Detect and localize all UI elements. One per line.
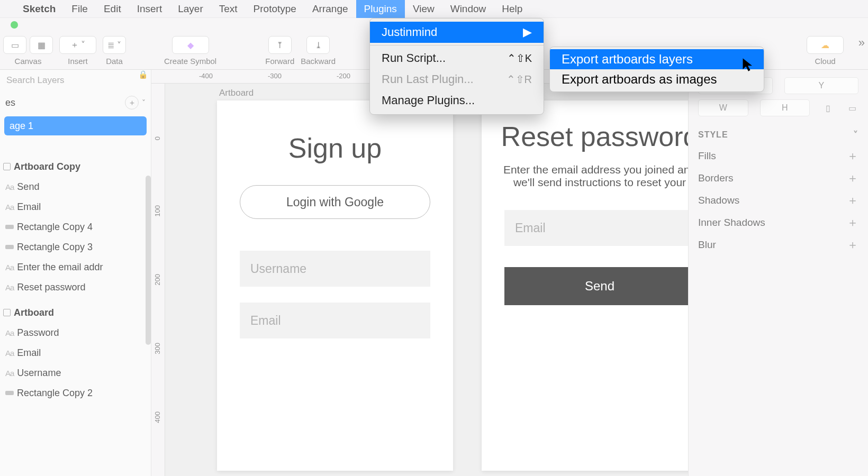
artboard-reset[interactable]: Reset password Enter the email address y… xyxy=(482,100,688,471)
menu-help[interactable]: Help xyxy=(494,0,530,18)
backward-button[interactable]: ⤓ xyxy=(306,36,330,54)
inspector-blur: Blur xyxy=(698,239,716,251)
layer-item[interactable]: AaSend xyxy=(0,177,151,197)
flip-v-icon[interactable]: ▭ xyxy=(846,102,858,114)
toolbar-create-symbol-label: Create Symbol xyxy=(164,57,216,66)
menu-file[interactable]: File xyxy=(64,0,96,18)
forward-button[interactable]: ⤒ xyxy=(268,36,292,54)
kb-shortcut: ⌃⇧K xyxy=(507,52,532,65)
layer-item[interactable]: AaReset password xyxy=(0,277,151,297)
add-shadow-button[interactable]: ＋ xyxy=(847,193,858,208)
toolbar-canvas-label: Canvas xyxy=(15,57,42,66)
text-layer-icon: Aa xyxy=(5,283,14,292)
layer-list: Artboard Copy AaSend AaEmail Rectangle C… xyxy=(0,157,151,476)
menu-text[interactable]: Text xyxy=(211,0,246,18)
layer-header-artboard[interactable]: Artboard xyxy=(0,303,151,323)
pages-header: es ＋ ˅ xyxy=(0,91,151,114)
submenu-arrow-icon: ▶ xyxy=(523,25,532,39)
toolbar-backward-label: Backward xyxy=(301,57,336,66)
login-with-google: Login with Google xyxy=(240,185,430,219)
menu-layer[interactable]: Layer xyxy=(170,0,211,18)
field-email-2: Email xyxy=(504,210,688,246)
menu-view[interactable]: View xyxy=(405,0,442,18)
export-artboards-layers[interactable]: Export artboards layers xyxy=(550,49,764,69)
text-layer-icon: Aa xyxy=(5,203,14,212)
artboard-signup[interactable]: Sign up Login with Google Username Email xyxy=(217,100,453,471)
text-layer-icon: Aa xyxy=(5,369,14,378)
add-page-button[interactable]: ＋ xyxy=(125,96,139,109)
data-button[interactable]: ≣ ˅ xyxy=(103,36,126,54)
add-inner-shadow-button[interactable]: ＋ xyxy=(847,215,858,231)
left-panel: 🔒 Search Layers es ＋ ˅ age 1 Artboard Co… xyxy=(0,70,151,476)
dim-y[interactable]: Y xyxy=(784,77,859,94)
inspector-shadows: Shadows xyxy=(698,195,739,206)
main: 🔒 Search Layers es ＋ ˅ age 1 Artboard Co… xyxy=(0,70,868,476)
pages-label: es xyxy=(5,97,15,108)
layer-item[interactable]: AaUsername xyxy=(0,363,151,383)
traffic-light-green[interactable] xyxy=(11,21,18,29)
rect-layer-icon xyxy=(5,245,14,249)
menu-insert[interactable]: Insert xyxy=(129,0,170,18)
menu-prototype[interactable]: Prototype xyxy=(246,0,304,18)
canvas-btn2[interactable]: ▦ xyxy=(30,36,53,54)
menu-arrange[interactable]: Arrange xyxy=(304,0,356,18)
layer-item[interactable]: Rectangle Copy 4 xyxy=(0,217,151,237)
chevron-down-icon[interactable]: ˅ xyxy=(142,98,146,107)
layer-item[interactable]: AaPassword xyxy=(0,323,151,343)
layer-item[interactable]: Rectangle Copy 3 xyxy=(0,237,151,257)
toolbar-insert-label: Insert xyxy=(68,57,88,66)
menubar: Sketch File Edit Insert Layer Text Proto… xyxy=(0,0,868,18)
inspector-inner-shadows: Inner Shadows xyxy=(698,217,765,228)
add-fill-button[interactable]: ＋ xyxy=(847,148,858,164)
create-symbol-button[interactable]: ◆ xyxy=(172,36,209,54)
dim-h[interactable]: H xyxy=(760,99,810,116)
add-border-button[interactable]: ＋ xyxy=(847,170,858,186)
scrollbar[interactable] xyxy=(146,176,151,345)
artboard-label[interactable]: Artboard xyxy=(219,88,254,98)
plugins-manage[interactable]: Manage Plugins... xyxy=(370,90,544,111)
text-layer-icon: Aa xyxy=(5,182,14,191)
flip-h-icon[interactable]: ▯ xyxy=(821,102,834,114)
toolbar-forward-label: Forward xyxy=(265,57,294,66)
inspector-style: STYLE xyxy=(698,130,728,140)
send-button: Send xyxy=(504,267,688,305)
text-layer-icon: Aa xyxy=(5,349,14,358)
justinmind-submenu: Export artboards layers Export artboards… xyxy=(549,47,764,92)
add-blur-button[interactable]: ＋ xyxy=(847,237,858,253)
layer-item[interactable]: AaEmail xyxy=(0,197,151,217)
page-item-1[interactable]: age 1 xyxy=(4,116,147,135)
kb-shortcut: ⌃⇧R xyxy=(507,73,532,86)
rect-layer-icon xyxy=(5,391,14,395)
plugins-run-last: Run Last Plugin... ⌃⇧R xyxy=(370,69,544,90)
inspector-borders: Borders xyxy=(698,172,734,184)
menu-window[interactable]: Window xyxy=(442,0,494,18)
signup-title: Sign up xyxy=(217,132,453,164)
plugins-menu: Justinmind ▶ Run Script... ⌃⇧K Run Last … xyxy=(369,18,544,115)
layer-item[interactable]: AaEnter the email addr xyxy=(0,257,151,277)
dim-w[interactable]: W xyxy=(698,99,748,116)
search-input[interactable]: Search Layers xyxy=(0,70,151,91)
plugins-justinmind[interactable]: Justinmind ▶ xyxy=(370,22,544,43)
canvas-btn1[interactable]: ▭ xyxy=(3,36,26,54)
field-email: Email xyxy=(240,303,430,338)
inspector-fills: Fills xyxy=(698,150,716,162)
menu-plugins[interactable]: Plugins xyxy=(356,0,405,18)
cloud-button[interactable]: ☁ xyxy=(807,36,844,54)
artboard-icon xyxy=(3,163,11,170)
canvas[interactable]: -400 -300 -200 0 100 200 300 400 Artboar… xyxy=(151,70,688,476)
layer-header-artboard-copy[interactable]: Artboard Copy xyxy=(0,157,151,177)
plugins-run-script[interactable]: Run Script... ⌃⇧K xyxy=(370,48,544,69)
toolbar-overflow-icon[interactable]: » xyxy=(858,36,865,50)
artboard-icon xyxy=(3,309,11,316)
export-artboards-images[interactable]: Export artboards as images xyxy=(550,69,764,89)
chevron-down-icon[interactable]: ˅ xyxy=(853,129,858,141)
menu-app[interactable]: Sketch xyxy=(15,0,64,18)
lock-icon: 🔒 xyxy=(138,70,148,79)
layer-item[interactable]: Rectangle Copy 2 xyxy=(0,383,151,403)
layer-item[interactable]: AaEmail xyxy=(0,343,151,363)
menu-edit[interactable]: Edit xyxy=(96,0,129,18)
inspector-panel: X Y W H ▯ ▭ STYLE˅ Fills＋ Borders＋ Shado… xyxy=(688,70,868,476)
menu-separator xyxy=(370,45,544,45)
insert-button[interactable]: ＋ ˅ xyxy=(59,36,96,54)
reset-desc: Enter the email address you joined and w… xyxy=(498,163,688,189)
